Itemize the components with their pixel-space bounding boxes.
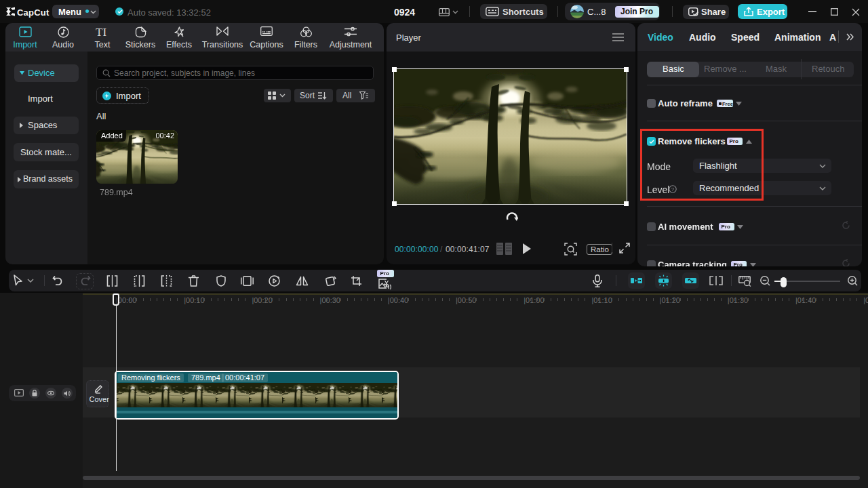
svg-text:TI: TI — [96, 26, 106, 37]
